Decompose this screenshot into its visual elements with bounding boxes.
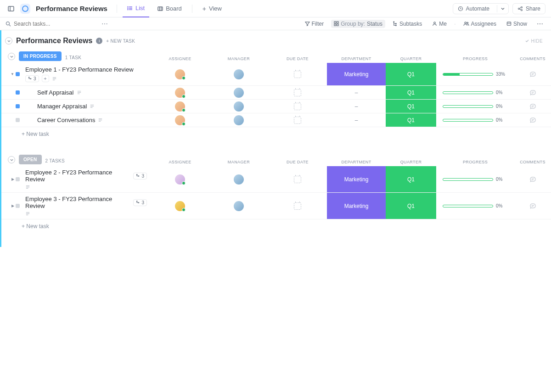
quarter-cell[interactable]: Q1 <box>386 100 436 113</box>
manager-cell[interactable] <box>209 193 268 219</box>
assignee-cell[interactable] <box>151 113 209 127</box>
task-row[interactable]: Career Conversations – Q1 0% <box>1 113 551 127</box>
progress-cell[interactable]: 0% <box>436 166 514 192</box>
status-square[interactable] <box>16 177 20 181</box>
more-options-icon[interactable]: ⋯ <box>534 18 545 29</box>
subtasks-button[interactable]: Subtasks <box>390 20 425 28</box>
department-cell[interactable]: Marketing <box>327 63 386 85</box>
duedate-cell[interactable] <box>268 166 327 192</box>
progress-cell[interactable]: 0% <box>436 113 514 127</box>
collapse-group-icon[interactable] <box>8 53 15 60</box>
quarter-cell[interactable]: Q1 <box>386 113 436 127</box>
automate-button[interactable]: Automate <box>453 3 509 14</box>
manager-cell[interactable] <box>209 86 268 99</box>
subtask-count-badge[interactable]: 3 <box>25 75 39 82</box>
duedate-cell[interactable] <box>268 100 327 113</box>
comments-cell[interactable] <box>514 166 551 192</box>
more-icon[interactable]: ⋯ <box>99 18 110 29</box>
collapse-list-icon[interactable] <box>5 37 12 45</box>
status-pill[interactable]: IN PROGRESS <box>19 51 62 61</box>
assignee-cell[interactable] <box>151 100 209 113</box>
description-icon[interactable] <box>25 211 30 216</box>
tab-list[interactable]: List <box>123 0 149 17</box>
manager-cell[interactable] <box>209 100 268 113</box>
manager-cell[interactable] <box>209 63 268 85</box>
add-task-row[interactable]: + New task <box>1 219 551 233</box>
status-square[interactable] <box>16 104 20 108</box>
chevron-down-icon[interactable] <box>497 5 508 12</box>
subtask-count-badge[interactable]: 3 <box>133 199 147 206</box>
comments-cell[interactable] <box>514 63 551 85</box>
status-square[interactable] <box>16 72 20 76</box>
svg-line-16 <box>519 9 521 10</box>
department-cell[interactable]: Marketing <box>327 166 386 192</box>
filter-button[interactable]: Filter <box>302 20 327 28</box>
expand-icon[interactable]: ▶ <box>11 177 14 181</box>
hide-link[interactable]: HIDE <box>525 39 543 44</box>
status-square[interactable] <box>16 118 20 122</box>
department-cell[interactable]: Marketing <box>327 193 386 219</box>
description-icon[interactable] <box>90 104 95 109</box>
quarter-cell[interactable]: Q1 <box>386 193 436 219</box>
duedate-cell[interactable] <box>268 86 327 99</box>
task-name[interactable]: Employee 3 - FY23 Performance Review <box>25 196 130 209</box>
quarter-cell[interactable]: Q1 <box>386 63 436 85</box>
expand-icon[interactable]: ▼ <box>11 72 14 76</box>
assignee-cell[interactable] <box>151 193 209 219</box>
new-task-link[interactable]: + NEW TASK <box>106 39 135 44</box>
task-name[interactable]: Career Conversations <box>37 117 95 123</box>
department-cell[interactable]: – <box>327 100 386 113</box>
description-icon[interactable] <box>77 90 82 95</box>
assignee-cell[interactable] <box>151 86 209 99</box>
department-cell[interactable]: – <box>327 86 386 99</box>
info-icon[interactable]: i <box>96 38 102 44</box>
share-button[interactable]: Share <box>512 3 545 14</box>
task-name[interactable]: Employee 1 - FY23 Performance Review <box>25 66 134 73</box>
task-row[interactable]: ▶ Employee 3 - FY23 Performance Review 3… <box>1 193 551 219</box>
duedate-cell[interactable] <box>268 63 327 85</box>
groupby-button[interactable]: Group by: Status <box>331 20 385 28</box>
comments-cell[interactable] <box>514 100 551 113</box>
sidebar-toggle-icon[interactable] <box>6 3 17 14</box>
description-icon[interactable] <box>52 76 57 81</box>
tab-board[interactable]: Board <box>153 0 186 17</box>
task-row[interactable]: ▶ Employee 2 - FY23 Performance Review 3… <box>1 166 551 193</box>
status-pill[interactable]: OPEN <box>19 155 42 164</box>
task-name[interactable]: Self Appraisal <box>37 89 74 96</box>
assignees-button[interactable]: Assignees <box>461 20 499 28</box>
task-row[interactable]: Self Appraisal – Q1 0% <box>1 86 551 100</box>
description-icon[interactable] <box>25 185 30 190</box>
progress-cell[interactable]: 0% <box>436 86 514 99</box>
comments-cell[interactable] <box>514 86 551 99</box>
subtask-count-badge[interactable]: 3 <box>133 173 147 179</box>
status-square[interactable] <box>16 90 20 95</box>
tab-add-view[interactable]: + View <box>198 0 226 17</box>
progress-cell[interactable]: 33% <box>436 63 514 85</box>
description-icon[interactable] <box>98 118 103 123</box>
quarter-cell[interactable]: Q1 <box>386 166 436 192</box>
comments-cell[interactable] <box>514 193 551 219</box>
quarter-cell[interactable]: Q1 <box>386 86 436 99</box>
add-subtask-button[interactable]: + <box>42 75 49 82</box>
task-name[interactable]: Manager Appraisal <box>37 103 87 110</box>
assignee-cell[interactable] <box>151 166 209 192</box>
duedate-cell[interactable] <box>268 193 327 219</box>
progress-cell[interactable]: 0% <box>436 100 514 113</box>
add-task-row[interactable]: + New task <box>1 127 551 141</box>
comments-cell[interactable] <box>514 113 551 127</box>
manager-cell[interactable] <box>209 166 268 192</box>
collapse-group-icon[interactable] <box>8 156 15 163</box>
status-square[interactable] <box>16 204 20 208</box>
expand-icon[interactable]: ▶ <box>11 204 14 208</box>
task-row[interactable]: ▼ Employee 1 - FY23 Performance Review 3… <box>1 63 551 86</box>
department-cell[interactable]: – <box>327 113 386 127</box>
show-button[interactable]: Show <box>504 20 530 28</box>
task-name[interactable]: Employee 2 - FY23 Performance Review <box>25 169 130 183</box>
me-button[interactable]: Me <box>429 20 450 28</box>
manager-cell[interactable] <box>209 113 268 127</box>
task-row[interactable]: Manager Appraisal – Q1 0% <box>1 100 551 113</box>
search-input[interactable] <box>14 21 96 27</box>
assignee-cell[interactable] <box>151 63 209 85</box>
duedate-cell[interactable] <box>268 113 327 127</box>
progress-cell[interactable]: 0% <box>436 193 514 219</box>
